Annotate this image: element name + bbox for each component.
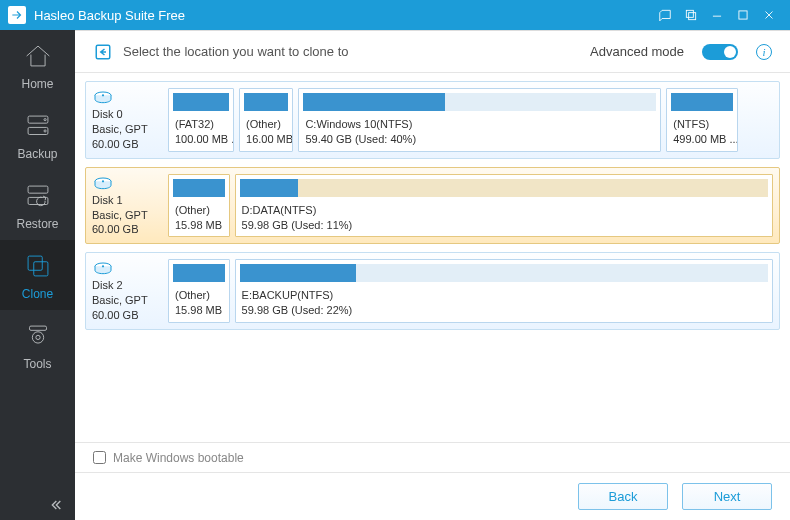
svg-rect-0 [686, 10, 693, 17]
sidebar-item-restore[interactable]: Restore [0, 170, 75, 240]
sidebar-item-clone[interactable]: Clone [0, 240, 75, 310]
partition-title: (Other) [246, 117, 286, 132]
footer-buttons: Back Next [75, 472, 790, 520]
location-icon [93, 42, 113, 62]
disk-size: 60.00 GB [92, 308, 162, 323]
make-bootable-label: Make Windows bootable [113, 451, 244, 465]
svg-point-23 [102, 266, 104, 268]
partition-title: E:BACKUP(NTFS) [242, 288, 766, 303]
app-title: Hasleo Backup Suite Free [34, 8, 652, 23]
svg-point-9 [44, 130, 46, 132]
partition-title: C:Windows 10(NTFS) [305, 117, 654, 132]
open-icon[interactable] [652, 0, 678, 30]
disk-row[interactable]: Disk 0Basic, GPT60.00 GB(FAT32)100.00 MB… [85, 81, 780, 159]
advanced-mode-toggle[interactable] [702, 44, 738, 60]
disk-name: Disk 0 [92, 107, 162, 122]
partition-title: (FAT32) [175, 117, 227, 132]
footer-options: Make Windows bootable [75, 442, 790, 472]
disk-icon [92, 176, 112, 190]
partitions: (Other)15.98 MBD:DATA(NTFS)59.98 GB (Use… [168, 174, 773, 238]
partitions: (FAT32)100.00 MB ...(Other)16.00 MB ...C… [168, 88, 773, 152]
partition-usage-bar [671, 93, 733, 111]
sidebar-item-label: Clone [22, 287, 53, 301]
partition-sub: 59.98 GB (Used: 11%) [242, 218, 766, 233]
titlebar: Hasleo Backup Suite Free [0, 0, 790, 30]
new-window-icon[interactable] [678, 0, 704, 30]
partition-sub: 100.00 MB ... [175, 132, 227, 147]
partition-usage-bar [173, 179, 225, 197]
partition[interactable]: (Other)15.98 MB [168, 259, 230, 323]
partition-usage-bar [303, 93, 656, 111]
disk-name: Disk 1 [92, 193, 162, 208]
disk-size: 60.00 GB [92, 137, 162, 152]
partition-title: (Other) [175, 288, 223, 303]
close-icon[interactable] [756, 0, 782, 30]
partition-sub: 59.40 GB (Used: 40%) [305, 132, 654, 147]
disk-name: Disk 2 [92, 278, 162, 293]
partition-sub: 59.98 GB (Used: 22%) [242, 303, 766, 318]
svg-rect-1 [689, 13, 696, 20]
disk-row[interactable]: Disk 2Basic, GPT60.00 GB(Other)15.98 MBE… [85, 252, 780, 330]
sidebar: Home Backup Restore Clone Tools [0, 30, 75, 520]
partition[interactable]: (Other)15.98 MB [168, 174, 230, 238]
sidebar-item-label: Tools [23, 357, 51, 371]
partition-sub: 15.98 MB [175, 303, 223, 318]
partition-sub: 499.00 MB ... [673, 132, 731, 147]
svg-rect-7 [28, 127, 48, 134]
partition-usage-bar [173, 264, 225, 282]
minimize-icon[interactable] [704, 0, 730, 30]
advanced-mode-label: Advanced mode [590, 44, 684, 59]
partition[interactable]: (Other)16.00 MB ... [239, 88, 293, 152]
svg-point-19 [102, 94, 104, 96]
make-bootable-checkbox[interactable] [93, 451, 106, 464]
partition-title: D:DATA(NTFS) [242, 203, 766, 218]
sidebar-item-label: Home [21, 77, 53, 91]
header-prompt: Select the location you want to clone to [123, 44, 348, 59]
svg-rect-10 [28, 186, 48, 193]
sidebar-item-label: Restore [16, 217, 58, 231]
partition-sub: 16.00 MB ... [246, 132, 286, 147]
disk-label: Disk 0Basic, GPT60.00 GB [92, 88, 162, 152]
partition-sub: 15.98 MB [175, 218, 223, 233]
partition[interactable]: (NTFS)499.00 MB ... [666, 88, 738, 152]
info-icon[interactable]: i [756, 44, 772, 60]
partition-usage-bar [240, 264, 768, 282]
sidebar-item-label: Backup [17, 147, 57, 161]
next-button[interactable]: Next [682, 483, 772, 510]
disk-icon [92, 261, 112, 275]
disk-icon [92, 90, 112, 104]
svg-point-14 [32, 332, 43, 343]
sidebar-item-home[interactable]: Home [0, 30, 75, 100]
partition-title: (NTFS) [673, 117, 731, 132]
svg-point-8 [44, 119, 46, 121]
disk-type: Basic, GPT [92, 293, 162, 308]
partition[interactable]: D:DATA(NTFS)59.98 GB (Used: 11%) [235, 174, 773, 238]
svg-rect-16 [29, 326, 46, 330]
disk-label: Disk 2Basic, GPT60.00 GB [92, 259, 162, 323]
svg-rect-13 [33, 262, 47, 276]
partition-title: (Other) [175, 203, 223, 218]
header-row: Select the location you want to clone to… [75, 31, 790, 73]
svg-rect-3 [739, 11, 747, 19]
disk-list: Disk 0Basic, GPT60.00 GB(FAT32)100.00 MB… [75, 73, 790, 442]
sidebar-item-backup[interactable]: Backup [0, 100, 75, 170]
disk-type: Basic, GPT [92, 122, 162, 137]
partition[interactable]: C:Windows 10(NTFS)59.40 GB (Used: 40%) [298, 88, 661, 152]
svg-point-15 [35, 335, 39, 339]
partitions: (Other)15.98 MBE:BACKUP(NTFS)59.98 GB (U… [168, 259, 773, 323]
partition-usage-bar [240, 179, 768, 197]
disk-row[interactable]: Disk 1Basic, GPT60.00 GB(Other)15.98 MBD… [85, 167, 780, 245]
partition[interactable]: E:BACKUP(NTFS)59.98 GB (Used: 22%) [235, 259, 773, 323]
partition[interactable]: (FAT32)100.00 MB ... [168, 88, 234, 152]
app-logo [8, 6, 26, 24]
sidebar-collapse-button[interactable] [0, 490, 75, 520]
maximize-icon[interactable] [730, 0, 756, 30]
disk-label: Disk 1Basic, GPT60.00 GB [92, 174, 162, 238]
sidebar-item-tools[interactable]: Tools [0, 310, 75, 380]
partition-usage-bar [173, 93, 229, 111]
disk-type: Basic, GPT [92, 208, 162, 223]
partition-usage-bar [244, 93, 288, 111]
back-button[interactable]: Back [578, 483, 668, 510]
svg-point-21 [102, 180, 104, 182]
svg-rect-6 [28, 116, 48, 123]
